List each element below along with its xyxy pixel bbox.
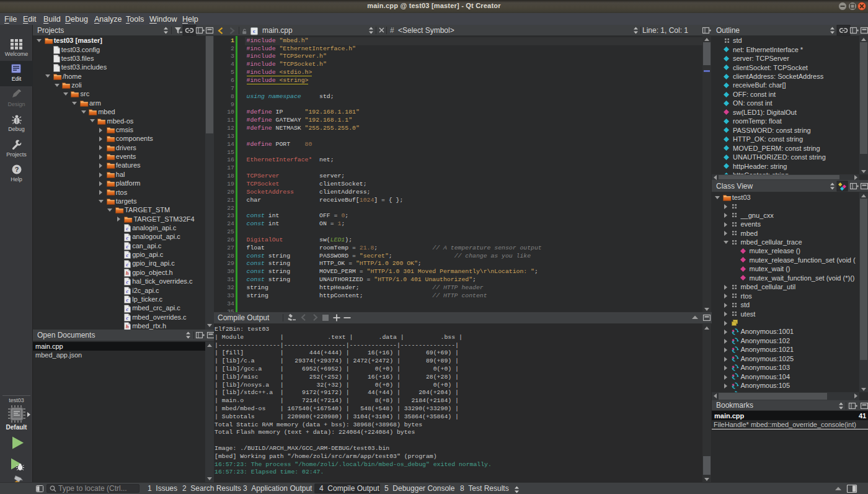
svg-text:c: c — [126, 315, 129, 321]
svg-text:h: h — [126, 270, 129, 276]
svg-text:c: c — [253, 28, 255, 34]
svg-text:c: c — [126, 253, 129, 259]
svg-text:c: c — [126, 235, 129, 241]
svg-text:c: c — [126, 261, 129, 267]
svg-text:c: c — [126, 243, 129, 249]
svg-text:c: c — [126, 226, 129, 232]
svg-text:c: c — [126, 306, 129, 312]
svg-text:c: c — [126, 288, 129, 294]
svg-text:c: c — [126, 297, 129, 303]
svg-text:c: c — [126, 279, 129, 285]
svg-text:?: ? — [15, 166, 19, 173]
